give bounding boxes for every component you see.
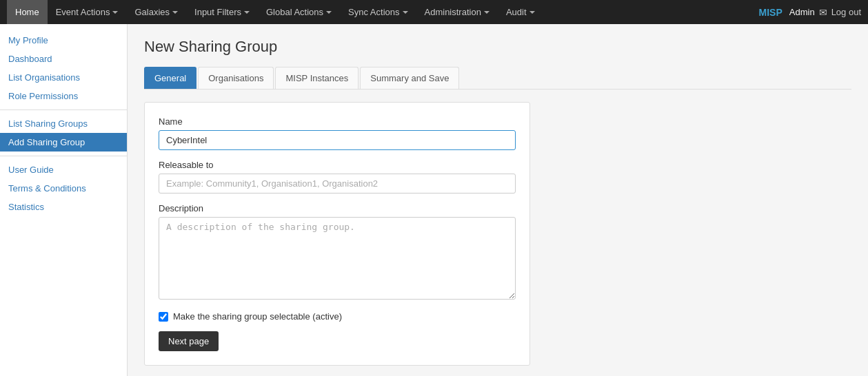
sidebar-item-terms-conditions[interactable]: Terms & Conditions bbox=[0, 179, 127, 198]
nav-left: Home Event Actions Galaxies Input Filter… bbox=[7, 0, 759, 24]
nav-right: MISP Admin ✉ Log out bbox=[759, 7, 861, 18]
nav-administration[interactable]: Administration bbox=[416, 0, 498, 24]
active-checkbox[interactable] bbox=[159, 312, 168, 322]
mail-icon[interactable]: ✉ bbox=[819, 7, 827, 18]
tab-misp-instances[interactable]: MISP Instances bbox=[275, 67, 359, 89]
sidebar-divider-2 bbox=[0, 156, 127, 156]
tab-summary-save[interactable]: Summary and Save bbox=[360, 67, 459, 89]
releasable-label: Releasable to bbox=[159, 160, 516, 170]
layout: My Profile Dashboard List Organisations … bbox=[0, 24, 868, 376]
event-actions-caret bbox=[112, 11, 118, 14]
sidebar-item-dashboard[interactable]: Dashboard bbox=[0, 50, 127, 68]
nav-global-actions[interactable]: Global Actions bbox=[258, 0, 340, 24]
sync-actions-caret bbox=[403, 11, 408, 14]
nav-event-actions[interactable]: Event Actions bbox=[48, 0, 127, 24]
sidebar-item-role-permissions[interactable]: Role Permissions bbox=[0, 87, 127, 105]
global-actions-caret bbox=[326, 11, 332, 14]
name-input[interactable] bbox=[159, 130, 516, 150]
sidebar: My Profile Dashboard List Organisations … bbox=[0, 24, 128, 376]
galaxies-caret bbox=[172, 11, 178, 14]
sidebar-item-statistics[interactable]: Statistics bbox=[0, 198, 127, 216]
main-content: New Sharing Group General Organisations … bbox=[128, 24, 868, 376]
next-page-button[interactable]: Next page bbox=[159, 331, 219, 351]
name-group: Name bbox=[159, 116, 516, 150]
misp-brand: MISP bbox=[759, 7, 783, 18]
admin-label: Admin bbox=[789, 7, 815, 17]
name-label: Name bbox=[159, 116, 516, 127]
tab-general[interactable]: General bbox=[144, 67, 196, 89]
logout-button[interactable]: Log out bbox=[831, 7, 861, 17]
administration-caret bbox=[484, 11, 489, 14]
sidebar-item-user-guide[interactable]: User Guide bbox=[0, 160, 127, 179]
description-group: Description bbox=[159, 203, 516, 302]
nav-home[interactable]: Home bbox=[7, 0, 48, 24]
sidebar-item-add-sharing-group[interactable]: Add Sharing Group bbox=[0, 133, 127, 152]
form-box: Name Releasable to Description Make the … bbox=[144, 102, 530, 366]
releasable-group: Releasable to bbox=[159, 160, 516, 194]
top-navbar: Home Event Actions Galaxies Input Filter… bbox=[0, 0, 868, 24]
tab-bar: General Organisations MISP Instances Sum… bbox=[144, 67, 851, 90]
sidebar-item-my-profile[interactable]: My Profile bbox=[0, 31, 127, 50]
description-label: Description bbox=[159, 203, 516, 213]
page-title: New Sharing Group bbox=[144, 38, 851, 56]
nav-input-filters[interactable]: Input Filters bbox=[186, 0, 258, 24]
tab-organisations[interactable]: Organisations bbox=[198, 67, 274, 89]
audit-caret bbox=[529, 11, 535, 14]
nav-audit[interactable]: Audit bbox=[498, 0, 543, 24]
sidebar-item-list-sharing-groups[interactable]: List Sharing Groups bbox=[0, 114, 127, 133]
checkbox-row: Make the sharing group selectable (activ… bbox=[159, 311, 516, 322]
sidebar-item-list-organisations[interactable]: List Organisations bbox=[0, 68, 127, 87]
description-textarea[interactable] bbox=[159, 217, 516, 300]
nav-galaxies[interactable]: Galaxies bbox=[126, 0, 186, 24]
sidebar-divider-1 bbox=[0, 109, 127, 110]
input-filters-caret bbox=[244, 11, 250, 14]
checkbox-label: Make the sharing group selectable (activ… bbox=[173, 311, 342, 322]
releasable-input[interactable] bbox=[159, 174, 516, 194]
nav-sync-actions[interactable]: Sync Actions bbox=[340, 0, 416, 24]
